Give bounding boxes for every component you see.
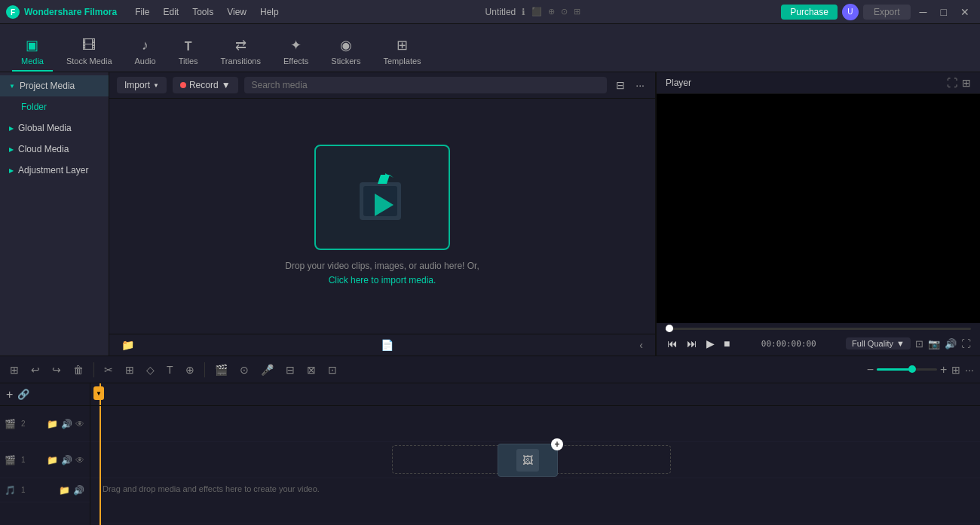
menu-help[interactable]: Help — [254, 5, 285, 19]
tl-audio-btn[interactable]: 🎤 — [257, 362, 277, 377]
audio-label: Audio — [135, 56, 156, 66]
sidebar-project-media-label: Project Media — [20, 81, 75, 91]
tl-redo-button[interactable]: ↪ — [48, 362, 65, 377]
sidebar-item-cloud-media[interactable]: ▶ Cloud Media — [0, 139, 109, 160]
menu-view[interactable]: View — [221, 5, 253, 19]
app-name: Wondershare Filmora — [24, 7, 117, 17]
sidebar-folder[interactable]: Folder — [0, 96, 109, 118]
zoom-knob[interactable] — [908, 365, 916, 373]
track-audio-buttons: 📁 🔊 — [58, 484, 85, 496]
progress-knob[interactable] — [666, 325, 673, 332]
tl-delete-button[interactable]: 🗑 — [69, 362, 87, 377]
tl-speed-button[interactable]: ⊕ — [182, 362, 198, 377]
filter-button[interactable]: ⊟ — [613, 78, 628, 93]
track-area-video-1[interactable]: 🖼 + — [90, 442, 980, 478]
zoom-out-button[interactable]: − — [867, 363, 874, 377]
menu-tools[interactable]: Tools — [186, 5, 219, 19]
tl-split-button[interactable]: ✂ — [100, 362, 117, 377]
tl-crop-button[interactable]: ⊞ — [121, 362, 138, 377]
link-button[interactable]: 🔗 — [17, 389, 29, 400]
track-1-eye-btn[interactable]: 👁 — [75, 454, 85, 466]
tl-undo-button[interactable]: ↩ — [27, 362, 44, 377]
player-next-frame-button[interactable]: ⏭ — [685, 336, 699, 351]
track-2-volume-btn[interactable]: 🔊 — [60, 418, 73, 430]
toolbar-titles[interactable]: T Titles — [170, 35, 207, 72]
track-area-audio-1[interactable] — [90, 499, 980, 523]
drop-hint-main: Drop your video clips, images, or audio … — [285, 261, 479, 271]
tl-snap-button[interactable]: ⊞ — [6, 362, 23, 377]
camera-button[interactable]: 📷 — [928, 338, 940, 349]
tl-pip-button[interactable]: ⊡ — [324, 362, 341, 377]
tl-layout-button[interactable]: ⊞ — [951, 364, 960, 376]
screenshot-button[interactable]: ⊡ — [915, 338, 923, 349]
sidebar-item-global-media[interactable]: ▶ Global Media — [0, 118, 109, 139]
export-button[interactable]: Export — [863, 5, 911, 20]
progress-track[interactable] — [666, 328, 971, 330]
track-audio-volume-btn[interactable]: 🔊 — [72, 484, 85, 496]
toolbar-stickers[interactable]: ◉ Stickers — [322, 32, 369, 72]
media-thumbnail[interactable]: 🖼 + — [498, 444, 558, 477]
collapse-button[interactable]: ‹ — [635, 337, 648, 353]
tl-keyframe-button[interactable]: ⊠ — [303, 362, 320, 377]
player-play-button[interactable]: ▶ — [705, 336, 716, 351]
sidebar-item-adjustment-layer[interactable]: ▶ Adjustment Layer — [0, 160, 109, 181]
track-area-video-2[interactable] — [90, 406, 980, 442]
quality-dropdown-icon: ▼ — [896, 339, 905, 348]
tl-text-button[interactable]: T — [163, 362, 177, 377]
add-track-button[interactable]: + — [6, 388, 13, 401]
menu-file[interactable]: File — [129, 5, 155, 19]
media-panel-header: Import ▼ Record ▼ ⊟ ··· — [109, 72, 655, 99]
new-folder-button[interactable]: 📁 — [117, 337, 139, 353]
track-video-1: 🎬 1 📁 🔊 👁 — [0, 442, 90, 478]
import-link[interactable]: Click here to import media. — [329, 275, 436, 285]
player-resize-button[interactable]: ⛶ — [947, 77, 957, 89]
record-dropdown-icon: ▼ — [222, 80, 231, 90]
share-icon: ⊙ — [561, 7, 568, 17]
toolbar-effects[interactable]: ✦ Effects — [274, 32, 317, 72]
search-input[interactable] — [244, 77, 608, 93]
player-prev-frame-button[interactable]: ⏮ — [666, 336, 679, 351]
more-button[interactable]: ··· — [632, 78, 648, 93]
toolbar-media[interactable]: ▣ Media — [12, 32, 53, 72]
maximize-button[interactable]: □ — [936, 5, 951, 20]
drop-area[interactable] — [314, 145, 450, 250]
tl-more-button[interactable]: ··· — [965, 364, 974, 376]
zoom-slider[interactable] — [877, 368, 937, 371]
toolbar-transitions[interactable]: ⇄ Transitions — [212, 32, 270, 72]
toolbar-templates[interactable]: ⊞ Templates — [374, 32, 430, 72]
track-1-volume-btn[interactable]: 🔊 — [60, 454, 73, 466]
player-progress-bar[interactable] — [657, 323, 980, 333]
player-panel: Player ⛶ ⊞ ⏮ ⏭ ▶ ■ 00:00:00:00 Full — [656, 72, 980, 356]
toolbar-stock-media[interactable]: 🎞 Stock Media — [57, 33, 121, 72]
record-button[interactable]: Record ▼ — [173, 77, 238, 93]
zoom-in-button[interactable]: + — [940, 363, 947, 377]
playhead-top[interactable]: ▼ — [93, 386, 104, 400]
track-audio-folder-btn[interactable]: 📁 — [58, 484, 71, 496]
sidebar-item-project-media[interactable]: ▼ Project Media — [0, 75, 109, 96]
import-files-button[interactable]: 📄 — [376, 337, 398, 353]
player-stop-button[interactable]: ■ — [722, 336, 731, 351]
purchase-button[interactable]: Purchase — [781, 5, 838, 20]
toolbar-audio[interactable]: ♪ Audio — [126, 33, 165, 72]
media-content: Drop your video clips, images, or audio … — [109, 99, 655, 334]
minimize-button[interactable]: ─ — [915, 5, 932, 20]
info-icon[interactable]: ℹ — [522, 7, 525, 17]
templates-icon: ⊞ — [397, 37, 408, 53]
menu-edit[interactable]: Edit — [157, 5, 185, 19]
tl-marker-button[interactable]: ⊙ — [236, 362, 253, 377]
add-clip-button[interactable]: + — [551, 438, 563, 450]
volume-button[interactable]: 🔊 — [945, 338, 957, 349]
tl-mask-button[interactable]: ◇ — [142, 362, 158, 377]
avatar[interactable]: U — [842, 4, 859, 20]
tl-track-btn[interactable]: ⊟ — [282, 362, 299, 377]
audio-icon: ♪ — [142, 38, 149, 53]
track-2-eye-btn[interactable]: 👁 — [75, 418, 85, 430]
track-1-folder-btn[interactable]: 📁 — [46, 454, 59, 466]
track-2-folder-btn[interactable]: 📁 — [46, 418, 59, 430]
fullscreen-button[interactable]: ⛶ — [961, 338, 971, 349]
import-button[interactable]: Import ▼ — [117, 77, 167, 93]
quality-select-button[interactable]: Full Quality ▼ — [846, 337, 911, 349]
tl-scene-button[interactable]: 🎬 — [211, 362, 231, 377]
close-button[interactable]: ✕ — [956, 5, 974, 20]
player-settings-button[interactable]: ⊞ — [962, 77, 971, 89]
